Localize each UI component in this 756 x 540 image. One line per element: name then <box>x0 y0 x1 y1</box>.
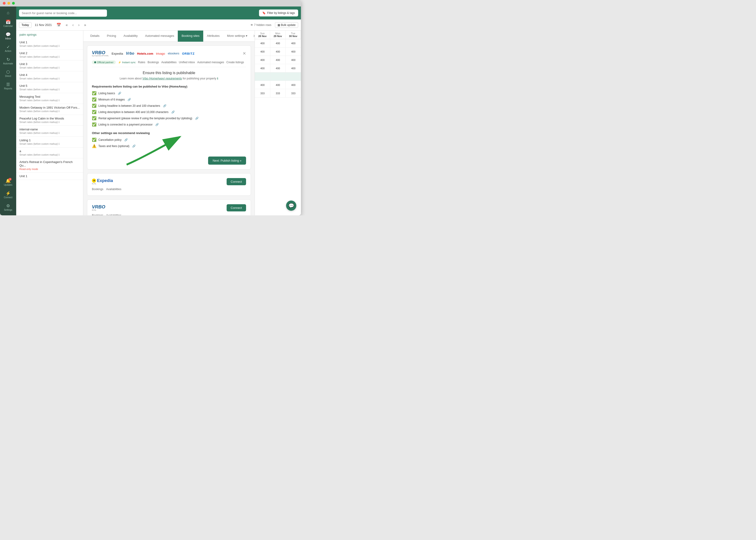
req-link[interactable]: 🔗 <box>118 92 121 95</box>
calendar-icon-btn[interactable]: 📅 <box>55 22 62 28</box>
list-item[interactable]: a Smart rates (before custom markup) ℹ <box>16 148 83 158</box>
tabs-bar: Details Pricing Availability Automated m… <box>83 31 255 42</box>
automated-messages-link[interactable]: Automated messages <box>197 61 224 64</box>
vrbo-ical-logo-block: VRBO iCAL <box>92 204 105 211</box>
sidebar-item-inbox[interactable]: 💬 Inbox <box>1 31 15 42</box>
sidebar-item-calendar[interactable]: 📅 Calendar <box>1 18 15 29</box>
req-link[interactable]: 🔗 <box>155 123 159 126</box>
list-item[interactable]: Unit 1 Smart rates (before custom markup… <box>16 39 83 50</box>
tab-pricing[interactable]: Pricing <box>103 31 120 42</box>
list-item[interactable]: Unit 1 <box>16 173 83 180</box>
create-listings-link[interactable]: Create listings <box>226 61 244 64</box>
vrbo-requirements-link[interactable]: Vrbo (HomeAway) requirements <box>142 77 182 80</box>
expedia-connect-button[interactable]: Connect <box>227 178 246 185</box>
hidden-rows-info: 👁 7 hidden rows <box>251 23 271 27</box>
smart-rates: Smart rates (before custom markup) ℹ <box>20 55 80 58</box>
prev-button[interactable]: ‹ <box>71 23 75 28</box>
sidebar-item-updates[interactable]: 🔔 3 Updates <box>1 177 15 188</box>
sidebar-item-action[interactable]: ✓ Action <box>1 43 15 54</box>
rate-cell: 400 <box>255 56 270 64</box>
smart-rates: Smart rates (before custom markup) ℹ <box>20 77 80 80</box>
sidebar-label-connect: Connect <box>4 196 12 199</box>
req-link[interactable]: 🔗 <box>195 117 199 120</box>
bookings-link[interactable]: Bookings <box>148 61 159 64</box>
list-item[interactable]: internal-name Smart rates (before custom… <box>16 126 83 137</box>
list-item[interactable]: Unit 4 Smart rates (before custom markup… <box>16 71 83 82</box>
rate-cell: 400 <box>286 48 301 56</box>
rate-cell: 400 <box>255 81 270 89</box>
sidebar-item-home[interactable]: ⌂ <box>1 9 15 17</box>
official-partner-tag: Official partner <box>92 61 116 64</box>
rates-link[interactable]: Rates <box>138 61 145 64</box>
sidebar-item-settings[interactable]: ⚙ Settings <box>1 202 15 213</box>
sidebar-item-reports[interactable]: ☰ Reports <box>1 80 15 92</box>
vrbo-ical-connect-button[interactable]: Connect <box>227 204 246 211</box>
sidebar-item-automate[interactable]: ↻ Automate <box>1 56 15 67</box>
bulk-update-button[interactable]: ▦ Bulk update <box>275 22 298 28</box>
next-next-button[interactable]: » <box>83 23 87 28</box>
expedia-bookings-link[interactable]: Bookings <box>92 188 103 191</box>
today-button[interactable]: Today <box>19 22 32 28</box>
expedia-card: ★ Expedia iCAL Connect Bookings Availabi… <box>87 173 251 196</box>
list-item[interactable]: Artist's Retreat in Copenhagen's French … <box>16 158 83 173</box>
sidebar-item-direct[interactable]: ⬡ Direct <box>1 68 15 79</box>
list-item[interactable]: Unit 5 Smart rates (before custom markup… <box>16 82 83 93</box>
cal-col-sun: Sun 28 Nov <box>255 31 270 39</box>
tab-close-button[interactable]: ✕ <box>251 34 255 38</box>
unit-name: Unit 1 <box>20 174 80 178</box>
sidebar-label-reports: Reports <box>4 87 12 90</box>
unified-inbox-link[interactable]: Unified inbox <box>179 61 195 64</box>
check-icon: ✅ <box>92 103 96 108</box>
rate-cell: 333 <box>286 89 301 97</box>
unit-name: Listing 1 <box>20 138 80 142</box>
list-item[interactable]: Unit 3 Smart rates (before custom markup… <box>16 61 83 71</box>
rate-row: 400 400 400 <box>255 48 301 56</box>
sidebar-item-connect[interactable]: ⚡ Connect <box>1 190 15 201</box>
filter-button[interactable]: 🔖 Filter by listings & tags <box>259 10 298 16</box>
minimize-button[interactable] <box>7 2 10 5</box>
unit-name: Unit 1 <box>20 41 80 44</box>
cal-header: Sun 28 Nov Mon 29 Nov Tue 30 Nov <box>255 31 301 39</box>
chat-button[interactable]: 💬 <box>286 201 296 211</box>
vrbo-ical-availabilities-link[interactable]: Availabilities <box>106 214 121 215</box>
vrbo-ical-bookings-link[interactable]: Bookings <box>92 214 103 215</box>
titlebar <box>0 0 301 6</box>
publish-listing-button[interactable]: Next: Publish listing » <box>208 157 246 165</box>
rate-cell <box>270 72 286 80</box>
maximize-button[interactable] <box>12 2 15 5</box>
requirements-title: Requirements before listing can be publi… <box>92 85 246 88</box>
list-item[interactable]: Peaceful Log Cabin in the Woods Smart ra… <box>16 115 83 126</box>
tab-automated[interactable]: Automated messages <box>142 31 178 42</box>
vrbo-logo-inline: Vrbo <box>126 52 134 56</box>
sidebar: ⌂ 📅 Calendar 💬 Inbox ✓ Action ↻ Automate… <box>0 6 16 215</box>
vrbo-ical-card: VRBO iCAL Connect Bookings Availabilitie… <box>87 200 251 215</box>
list-item[interactable]: Messaging Test Smart rates (before custo… <box>16 93 83 104</box>
list-item[interactable]: Modern Getaway in 1891 Victorian Off For… <box>16 104 83 115</box>
rate-cell: 333 <box>270 89 286 97</box>
bulk-icon: ▦ <box>277 23 280 27</box>
req-link[interactable]: 🔗 <box>124 138 128 141</box>
list-item[interactable]: Listing 1 Smart rates (before custom mar… <box>16 137 83 148</box>
instant-sync-label: ⚡ Instant sync <box>118 61 136 64</box>
vrbo-card-close[interactable]: ✕ <box>243 51 246 56</box>
req-link[interactable]: 🔗 <box>171 110 175 114</box>
req-link[interactable]: 🔗 <box>163 104 166 107</box>
search-input[interactable] <box>19 10 107 17</box>
prev-prev-button[interactable]: « <box>64 23 69 28</box>
tab-availability[interactable]: Availability <box>120 31 142 42</box>
list-item[interactable]: Unit 2 Smart rates (before custom markup… <box>16 50 83 61</box>
next-button[interactable]: › <box>77 23 81 28</box>
tab-details[interactable]: Details <box>87 31 103 42</box>
req-listing-basics: ✅ Listing basics 🔗 <box>92 91 246 95</box>
availabilities-link[interactable]: Availabilities <box>162 61 176 64</box>
tab-more-settings[interactable]: More settings ▾ <box>223 31 251 42</box>
req-link[interactable]: 🔗 <box>128 98 131 101</box>
tab-attributes[interactable]: Attributes <box>203 31 223 42</box>
expedia-availabilities-link[interactable]: Availabilities <box>106 188 121 191</box>
req-link[interactable]: 🔗 <box>132 145 136 148</box>
req-headline: ✅ Listing headline is between 20 and 100… <box>92 103 246 108</box>
close-button[interactable] <box>3 2 6 5</box>
rate-cell: 400 <box>270 39 286 47</box>
tab-booking-sites[interactable]: Booking sites <box>178 31 203 42</box>
expedia-logo-inline: Expedia <box>112 52 123 55</box>
